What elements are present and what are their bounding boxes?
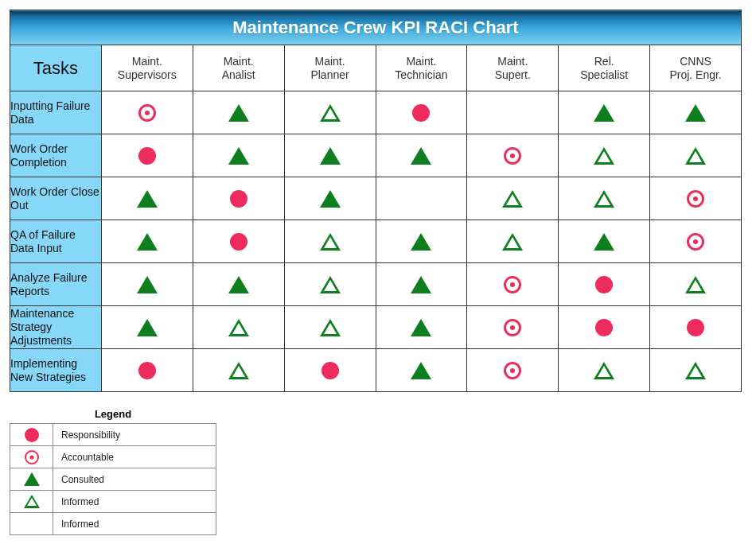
responsibility-icon (321, 362, 339, 379)
role-header: CNNSProj. Engr. (650, 45, 742, 91)
raci-cell (650, 134, 742, 177)
responsibility-icon (25, 428, 39, 442)
legend-label: Informed (53, 491, 216, 513)
raci-cell (559, 349, 650, 392)
consulted-icon (685, 104, 706, 122)
raci-cell (193, 91, 284, 134)
raci-cell (376, 220, 467, 263)
responsibility-icon (138, 147, 156, 165)
informed-icon (320, 104, 341, 122)
accountable-icon (504, 362, 521, 379)
raci-cell (467, 91, 559, 134)
responsibility-icon (595, 319, 613, 336)
table-row: Implementing New Strategies (10, 349, 742, 392)
raci-cell (101, 306, 193, 349)
legend-label: Consulted (53, 468, 216, 491)
raci-cell (284, 349, 376, 392)
consulted-icon (411, 147, 431, 165)
consulted-icon (594, 104, 614, 122)
responsibility-icon (230, 233, 247, 251)
role-header: Maint.Supert. (467, 45, 559, 91)
legend-icon-cell (10, 446, 53, 468)
table-row: Maintenance Strategy Adjustments (10, 306, 742, 349)
responsibility-icon (412, 104, 430, 122)
raci-cell (559, 263, 650, 306)
raci-cell (376, 177, 467, 220)
informed-icon (228, 362, 249, 379)
raci-cell (467, 220, 559, 263)
raci-cell (193, 263, 284, 306)
legend-label: Responsibility (53, 424, 216, 446)
raci-cell (559, 177, 650, 220)
raci-cell (193, 177, 284, 220)
role-header: Rel.Specialist (559, 45, 650, 91)
consulted-icon (228, 276, 249, 293)
raci-cell (376, 263, 467, 306)
accountable-icon (138, 104, 156, 122)
header-row: Tasks Maint.SupervisorsMaint.AnalistMain… (10, 45, 742, 91)
legend-table: ResponsibilityAccountableConsultedInform… (10, 423, 216, 535)
table-row: Work Order Close Out (10, 177, 742, 220)
consulted-icon (320, 147, 341, 165)
consulted-icon (411, 233, 431, 251)
task-label: Implementing New Strategies (10, 349, 102, 392)
raci-cell (376, 91, 467, 134)
raci-cell (284, 177, 376, 220)
raci-cell (467, 263, 559, 306)
legend-row: Informed (10, 513, 216, 535)
raci-cell (650, 306, 742, 349)
raci-cell (284, 91, 376, 134)
accountable-icon (687, 233, 704, 251)
raci-cell (467, 349, 559, 392)
raci-cell (193, 349, 284, 392)
role-header: Maint.Supervisors (101, 45, 193, 91)
legend-row: Responsibility (10, 424, 216, 446)
accountable-icon (504, 276, 521, 293)
informed-icon (502, 190, 523, 208)
consulted-icon (137, 190, 158, 208)
accountable-icon (687, 190, 704, 208)
raci-table-body: Inputting Failure DataWork Order Complet… (10, 91, 742, 392)
informed-icon (228, 319, 249, 336)
raci-table-head: Maintenance Crew KPI RACI Chart Tasks Ma… (10, 10, 742, 91)
raci-cell (101, 134, 193, 177)
table-row: Inputting Failure Data (10, 91, 742, 134)
raci-cell (193, 306, 284, 349)
informed-icon (685, 276, 706, 293)
legend-icon-cell (10, 491, 53, 513)
raci-cell (650, 177, 742, 220)
role-header: Maint.Planner (284, 45, 376, 91)
informed-icon (320, 319, 341, 336)
legend-icon-cell (10, 468, 53, 491)
raci-cell (650, 349, 742, 392)
task-label: Analyze Failure Reports (10, 263, 102, 306)
raci-cell (284, 220, 376, 263)
raci-cell (650, 220, 742, 263)
informed-icon (594, 147, 614, 165)
task-label: Inputting Failure Data (10, 91, 102, 134)
raci-cell (559, 134, 650, 177)
legend-body: ResponsibilityAccountableConsultedInform… (10, 424, 216, 535)
consulted-icon (411, 276, 431, 293)
task-label: Maintenance Strategy Adjustments (10, 306, 102, 349)
raci-cell (376, 349, 467, 392)
table-row: Analyze Failure Reports (10, 263, 742, 306)
table-row: Work Order Completion (10, 134, 742, 177)
responsibility-icon (687, 319, 704, 336)
raci-cell (559, 220, 650, 263)
raci-cell (284, 306, 376, 349)
consulted-icon (24, 472, 40, 486)
consulted-icon (137, 233, 158, 251)
raci-cell (284, 263, 376, 306)
consulted-icon (228, 147, 249, 165)
raci-cell (101, 177, 193, 220)
raci-cell (376, 306, 467, 349)
task-label: QA of Failure Data Input (10, 220, 102, 263)
raci-cell (559, 91, 650, 134)
raci-cell (101, 91, 193, 134)
raci-cell (193, 134, 284, 177)
raci-cell (101, 349, 193, 392)
legend-title: Legend (10, 406, 216, 423)
consulted-icon (137, 319, 158, 336)
raci-chart: Maintenance Crew KPI RACI Chart Tasks Ma… (10, 10, 742, 392)
